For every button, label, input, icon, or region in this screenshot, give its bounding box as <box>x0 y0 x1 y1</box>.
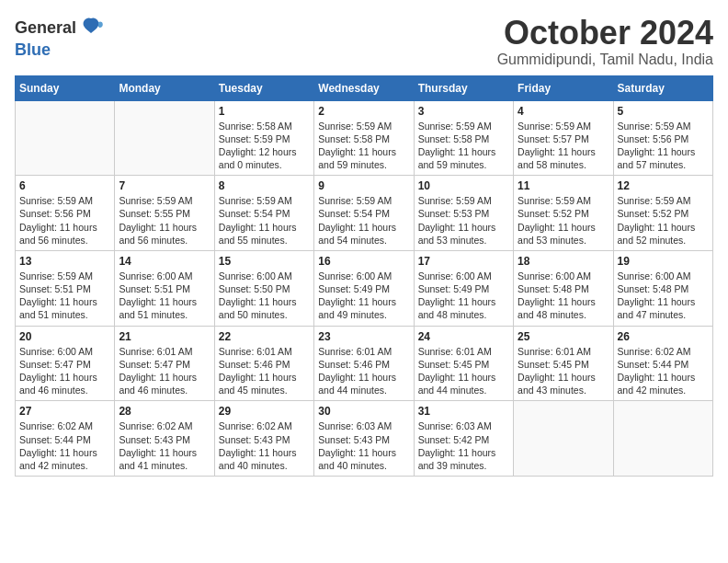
day-number: 10 <box>418 179 509 192</box>
calendar-cell <box>514 401 613 477</box>
week-row-5: 27Sunrise: 6:02 AMSunset: 5:44 PMDayligh… <box>16 401 713 477</box>
day-info: Sunrise: 5:59 AMSunset: 5:56 PMDaylight:… <box>618 120 709 172</box>
calendar-cell: 18Sunrise: 6:00 AMSunset: 5:48 PMDayligh… <box>514 250 613 326</box>
day-number: 2 <box>318 105 409 118</box>
calendar-cell: 17Sunrise: 6:00 AMSunset: 5:49 PMDayligh… <box>414 250 513 326</box>
day-info: Sunrise: 5:59 AMSunset: 5:52 PMDaylight:… <box>518 194 609 247</box>
day-number: 17 <box>418 255 509 268</box>
week-row-2: 6Sunrise: 5:59 AMSunset: 5:56 PMDaylight… <box>16 176 713 251</box>
calendar-cell: 5Sunrise: 5:59 AMSunset: 5:56 PMDaylight… <box>613 100 712 176</box>
calendar-cell: 9Sunrise: 5:59 AMSunset: 5:54 PMDaylight… <box>314 176 414 251</box>
calendar-cell: 8Sunrise: 5:59 AMSunset: 5:54 PMDaylight… <box>214 176 313 251</box>
day-header-tuesday: Tuesday <box>214 75 313 100</box>
day-number: 15 <box>219 255 310 268</box>
day-number: 7 <box>119 179 210 192</box>
day-info: Sunrise: 5:59 AMSunset: 5:58 PMDaylight:… <box>418 120 509 172</box>
day-number: 31 <box>418 405 509 418</box>
day-info: Sunrise: 6:01 AMSunset: 5:47 PMDaylight:… <box>119 345 210 397</box>
logo-general: General <box>15 18 76 38</box>
calendar-cell: 25Sunrise: 6:01 AMSunset: 5:45 PMDayligh… <box>514 326 613 401</box>
day-number: 28 <box>119 405 210 418</box>
day-info: Sunrise: 5:59 AMSunset: 5:53 PMDaylight:… <box>418 194 509 247</box>
day-info: Sunrise: 6:00 AMSunset: 5:51 PMDaylight:… <box>119 270 210 322</box>
calendar-cell: 6Sunrise: 5:59 AMSunset: 5:56 PMDaylight… <box>16 176 115 251</box>
day-header-saturday: Saturday <box>613 75 712 100</box>
day-number: 24 <box>418 330 509 343</box>
week-row-1: 1Sunrise: 5:58 AMSunset: 5:59 PMDaylight… <box>16 100 713 176</box>
day-header-thursday: Thursday <box>414 75 513 100</box>
calendar-cell: 10Sunrise: 5:59 AMSunset: 5:53 PMDayligh… <box>414 176 513 251</box>
location-title: Gummidipundi, Tamil Nadu, India <box>497 52 713 68</box>
day-info: Sunrise: 5:59 AMSunset: 5:56 PMDaylight:… <box>19 194 110 247</box>
day-number: 22 <box>219 330 310 343</box>
calendar-cell: 14Sunrise: 6:00 AMSunset: 5:51 PMDayligh… <box>115 250 214 326</box>
calendar-cell: 2Sunrise: 5:59 AMSunset: 5:58 PMDaylight… <box>314 100 414 176</box>
day-info: Sunrise: 6:02 AMSunset: 5:43 PMDaylight:… <box>219 419 310 472</box>
day-number: 14 <box>119 255 210 268</box>
calendar-cell: 27Sunrise: 6:02 AMSunset: 5:44 PMDayligh… <box>16 401 115 477</box>
calendar-cell: 12Sunrise: 5:59 AMSunset: 5:52 PMDayligh… <box>613 176 712 251</box>
day-number: 11 <box>518 179 609 192</box>
calendar-cell: 29Sunrise: 6:02 AMSunset: 5:43 PMDayligh… <box>214 401 313 477</box>
calendar-cell: 24Sunrise: 6:01 AMSunset: 5:45 PMDayligh… <box>414 326 513 401</box>
day-info: Sunrise: 6:03 AMSunset: 5:43 PMDaylight:… <box>318 419 409 472</box>
calendar-cell: 22Sunrise: 6:01 AMSunset: 5:46 PMDayligh… <box>214 326 313 401</box>
day-info: Sunrise: 6:00 AMSunset: 5:48 PMDaylight:… <box>518 270 609 322</box>
calendar-cell: 4Sunrise: 5:59 AMSunset: 5:57 PMDaylight… <box>514 100 613 176</box>
day-header-sunday: Sunday <box>16 75 115 100</box>
day-number: 26 <box>618 330 709 343</box>
calendar-cell: 11Sunrise: 5:59 AMSunset: 5:52 PMDayligh… <box>514 176 613 251</box>
day-number: 13 <box>19 255 110 268</box>
day-info: Sunrise: 5:59 AMSunset: 5:57 PMDaylight:… <box>518 120 609 172</box>
days-header-row: SundayMondayTuesdayWednesdayThursdayFrid… <box>16 75 713 100</box>
day-info: Sunrise: 5:58 AMSunset: 5:59 PMDaylight:… <box>219 120 310 172</box>
day-number: 25 <box>518 330 609 343</box>
day-info: Sunrise: 6:02 AMSunset: 5:44 PMDaylight:… <box>618 345 709 397</box>
calendar-cell: 21Sunrise: 6:01 AMSunset: 5:47 PMDayligh… <box>115 326 214 401</box>
week-row-4: 20Sunrise: 6:00 AMSunset: 5:47 PMDayligh… <box>16 326 713 401</box>
day-number: 19 <box>618 255 709 268</box>
day-number: 6 <box>19 179 110 192</box>
day-number: 5 <box>618 105 709 118</box>
day-info: Sunrise: 6:01 AMSunset: 5:45 PMDaylight:… <box>518 345 609 397</box>
day-number: 1 <box>219 105 310 118</box>
day-info: Sunrise: 5:59 AMSunset: 5:54 PMDaylight:… <box>318 194 409 247</box>
day-info: Sunrise: 5:59 AMSunset: 5:51 PMDaylight:… <box>19 270 110 322</box>
calendar-cell: 1Sunrise: 5:58 AMSunset: 5:59 PMDaylight… <box>214 100 313 176</box>
day-number: 30 <box>318 405 409 418</box>
calendar-cell: 16Sunrise: 6:00 AMSunset: 5:49 PMDayligh… <box>314 250 414 326</box>
calendar-cell: 15Sunrise: 6:00 AMSunset: 5:50 PMDayligh… <box>214 250 313 326</box>
calendar-table: SundayMondayTuesdayWednesdayThursdayFrid… <box>15 75 713 477</box>
calendar-cell: 30Sunrise: 6:03 AMSunset: 5:43 PMDayligh… <box>314 401 414 477</box>
day-header-wednesday: Wednesday <box>314 75 414 100</box>
day-info: Sunrise: 5:59 AMSunset: 5:54 PMDaylight:… <box>219 194 310 247</box>
day-number: 9 <box>318 179 409 192</box>
day-info: Sunrise: 6:00 AMSunset: 5:49 PMDaylight:… <box>318 270 409 322</box>
day-info: Sunrise: 5:59 AMSunset: 5:55 PMDaylight:… <box>119 194 210 247</box>
day-number: 29 <box>219 405 310 418</box>
day-info: Sunrise: 6:01 AMSunset: 5:46 PMDaylight:… <box>219 345 310 397</box>
calendar-cell: 31Sunrise: 6:03 AMSunset: 5:42 PMDayligh… <box>414 401 513 477</box>
calendar-cell <box>613 401 712 477</box>
logo-blue: Blue <box>15 40 51 60</box>
day-number: 12 <box>618 179 709 192</box>
day-info: Sunrise: 6:00 AMSunset: 5:49 PMDaylight:… <box>418 270 509 322</box>
day-number: 3 <box>418 105 509 118</box>
calendar-cell <box>115 100 214 176</box>
title-area: October 2024 Gummidipundi, Tamil Nadu, I… <box>497 15 713 68</box>
day-info: Sunrise: 6:03 AMSunset: 5:42 PMDaylight:… <box>418 419 509 472</box>
day-info: Sunrise: 6:00 AMSunset: 5:47 PMDaylight:… <box>19 345 110 397</box>
day-info: Sunrise: 6:02 AMSunset: 5:44 PMDaylight:… <box>19 419 110 472</box>
day-number: 18 <box>518 255 609 268</box>
day-number: 23 <box>318 330 409 343</box>
calendar-cell: 20Sunrise: 6:00 AMSunset: 5:47 PMDayligh… <box>16 326 115 401</box>
logo-bird-icon <box>78 15 104 40</box>
day-info: Sunrise: 6:01 AMSunset: 5:45 PMDaylight:… <box>418 345 509 397</box>
day-number: 20 <box>19 330 110 343</box>
logo: General Blue <box>15 15 104 60</box>
day-number: 8 <box>219 179 310 192</box>
calendar-cell <box>16 100 115 176</box>
day-info: Sunrise: 6:01 AMSunset: 5:46 PMDaylight:… <box>318 345 409 397</box>
calendar-cell: 26Sunrise: 6:02 AMSunset: 5:44 PMDayligh… <box>613 326 712 401</box>
calendar-cell: 19Sunrise: 6:00 AMSunset: 5:48 PMDayligh… <box>613 250 712 326</box>
